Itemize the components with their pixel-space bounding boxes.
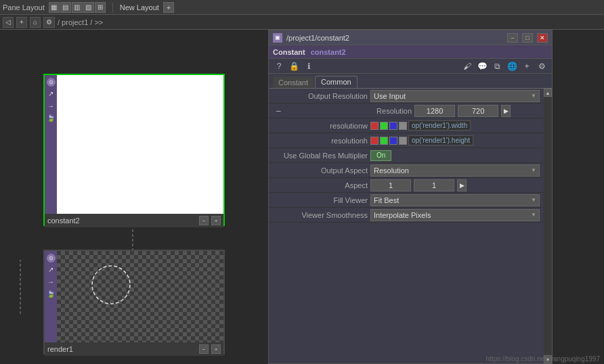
new-layout-plus-btn[interactable]: + [163,2,174,13]
op-name-row: Constant constant2 [269,45,552,59]
resolution-w[interactable]: 1280 [414,105,455,117]
render1-shape-svg [84,258,138,312]
info-icon-btn[interactable]: ℹ [303,61,315,72]
constant2-label-bar: constant2 − + [45,214,223,227]
viewer-smoothness-row: Viewer Smoothness Interpolate Pixels [269,208,544,223]
layout-btn-2[interactable]: ▤ [60,2,71,13]
fill-viewer-label: Fill Viewer [273,196,368,204]
resolution-h[interactable]: 720 [458,105,498,117]
output-aspect-label: Output Aspect [273,166,368,175]
aspect-w[interactable]: 1 [370,179,411,191]
aspect-value: 1 1 ▶ [370,179,540,191]
resolution-arrow-btn[interactable]: ▶ [501,105,511,117]
output-resolution-row: Output Resolution Use Input [269,89,544,104]
use-global-res-toggle[interactable]: On [370,150,391,161]
resolutionh-ch-r[interactable] [370,137,379,145]
aspect-label: Aspect [273,181,368,189]
constant2-node[interactable]: ⊙ ↗ → 🍃 constant2 − + [43,74,225,226]
layout-btn-5[interactable]: ⊞ [95,2,106,13]
layout-btn-group: ▦ ▤ ▥ ▧ ⊞ [49,2,106,13]
op-name-value: constant2 [311,48,346,56]
render1-plus-btn[interactable]: + [211,344,221,354]
brush-icon-btn[interactable]: 🖌 [461,61,473,72]
props-maximize-btn[interactable]: □ [522,33,533,43]
resolutionh-label: resolutionh [273,137,368,145]
props-minimize-btn[interactable]: − [507,33,518,43]
subtabs-row: Constant Common [269,74,552,89]
lock-icon-btn[interactable]: 🔒 [288,61,300,72]
second-bar: ◁ + ⌂ ⚙ / project1 / >> [0,15,604,30]
viewer-smoothness-value: Interpolate Pixels [370,209,540,221]
render1-label: render1 [47,345,196,353]
props-title-bar: ▣ /project1/constant2 − □ ✕ [269,30,552,45]
render1-minus-btn[interactable]: − [199,344,209,354]
node-editor: ⊙ ↗ → 🍃 constant2 − + ⊙ ↗ [0,30,265,364]
home-btn[interactable]: ⌂ [30,17,41,28]
fill-viewer-dropdown[interactable]: Fit Best [370,194,540,206]
layout-btn-3[interactable]: ▥ [72,2,83,13]
resolutionw-value: op('render1').width [370,120,540,131]
add-icon-btn[interactable]: + [521,61,533,72]
render1-icon-circle: ⊙ [47,254,56,263]
scrollbar-up-btn[interactable]: ▲ [544,89,552,97]
render1-node[interactable]: ⊙ ↗ → 🍃 render1 − + [43,250,225,355]
chat-icon-btn[interactable]: 💬 [476,61,488,72]
output-aspect-value: Resolution [370,164,540,177]
tab-constant[interactable]: Constant [273,76,314,88]
resolutionh-row: resolutionh op('render1').height [269,133,544,148]
scrollbar-track[interactable] [544,97,552,355]
layers-icon-btn[interactable]: ⧉ [491,61,503,72]
render1-icon-arrow: ↗ [47,266,56,275]
viewer-smoothness-dropdown[interactable]: Interpolate Pixels [370,209,540,221]
breadcrumb: / project1 / >> [58,18,103,26]
use-global-res-value: On [370,150,540,161]
output-resolution-dropdown[interactable]: Use Input [370,90,540,102]
resolutionw-ch-r[interactable] [370,122,379,130]
constant2-icon-right: → [47,102,56,111]
resolutionh-value: op('render1').height [370,135,540,145]
resolutionh-ch-g[interactable] [380,137,388,145]
render1-icon-leaf: 🍃 [47,290,56,299]
render1-icon-right: → [47,278,56,287]
use-global-res-row: Use Global Res Multiplier On [269,148,544,163]
help-icon-btn[interactable]: ? [273,61,285,72]
add-btn[interactable]: + [16,17,27,28]
constant2-plus-btn[interactable]: + [211,216,221,225]
toolbar-row: ? 🔒 ℹ 🖌 💬 ⧉ 🌐 + ⚙ [269,59,552,74]
aspect-h[interactable]: 1 [414,179,454,191]
resolutionh-ch-b[interactable] [389,137,397,145]
layout-btn-1[interactable]: ▦ [49,2,60,13]
op-type-label: Constant [273,48,305,56]
constant2-icon-leaf: 🍃 [47,114,56,123]
resolution-minus: − [273,106,284,116]
resolutionh-expr[interactable]: op('render1').height [408,135,473,145]
render1-sidebar: ⊙ ↗ → 🍃 [45,251,57,342]
separator-1 [112,3,113,12]
tab-common[interactable]: Common [315,76,358,88]
viewer-smoothness-label: Viewer Smoothness [273,211,368,219]
options-btn[interactable]: ⚙ [43,17,55,28]
resolutionh-ch-a[interactable] [399,137,407,145]
resolutionw-expr[interactable]: op('render1').width [408,120,471,131]
resolutionw-ch-a[interactable] [399,122,407,130]
resolution-value: 1280 720 ▶ [414,105,540,117]
resolutionw-ch-b[interactable] [389,122,397,130]
globe-icon-btn[interactable]: 🌐 [506,61,518,72]
pane-layout-label: Pane Layout [3,3,45,12]
top-bar: Pane Layout ▦ ▤ ▥ ▧ ⊞ New Layout + [0,0,604,15]
svg-point-2 [92,266,130,304]
output-resolution-value: Use Input [370,90,540,102]
resolutionw-label: resolutionw [273,122,368,130]
settings-icon-btn[interactable]: ⚙ [536,61,548,72]
output-aspect-dropdown[interactable]: Resolution [370,164,540,177]
constant2-sidebar: ⊙ ↗ → 🍃 [45,75,57,214]
aspect-arrow-btn[interactable]: ▶ [457,179,467,191]
back-btn[interactable]: ◁ [3,17,14,28]
resolutionw-ch-g[interactable] [380,122,388,130]
constant2-minus-btn[interactable]: − [199,216,209,225]
constant2-viewer [57,75,223,214]
props-close-btn[interactable]: ✕ [537,33,548,43]
props-body: Output Resolution Use Input − Resolution… [269,89,544,363]
layout-btn-4[interactable]: ▧ [83,2,94,13]
fill-viewer-row: Fill Viewer Fit Best [269,193,544,208]
